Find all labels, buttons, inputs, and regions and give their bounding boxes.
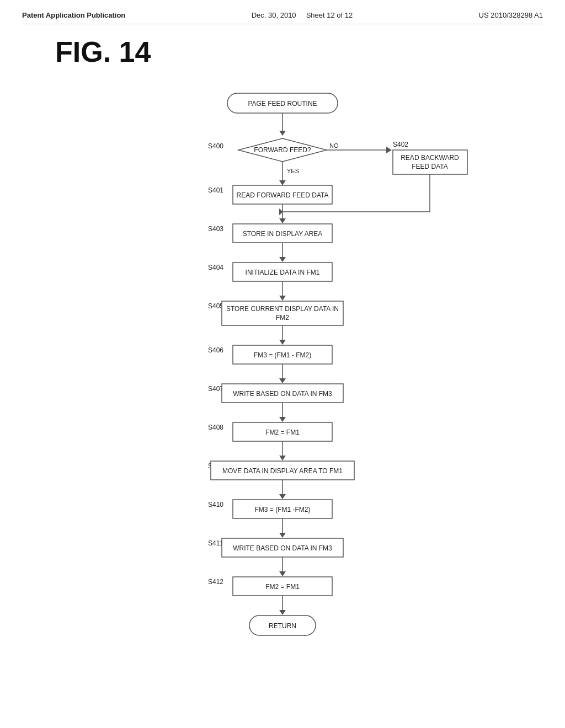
flowchart-container: PAGE FEED ROUTINE S400 FORWARD FEED? YES… [89, 85, 476, 647]
header-patent-num: US 2010/328298 A1 [479, 11, 543, 19]
header-date-sheet: Dec. 30, 2010 Sheet 12 of 12 [252, 11, 353, 19]
header-sheet: Sheet 12 of 12 [306, 11, 353, 19]
page: Patent Application Publication Dec. 30, … [0, 0, 565, 728]
page-header: Patent Application Publication Dec. 30, … [22, 11, 543, 24]
header-publication-label: Patent Application Publication [22, 11, 125, 19]
flowchart-spacer [89, 85, 476, 647]
header-date: Dec. 30, 2010 [252, 11, 296, 19]
figure-title: FIG. 14 [55, 35, 543, 68]
